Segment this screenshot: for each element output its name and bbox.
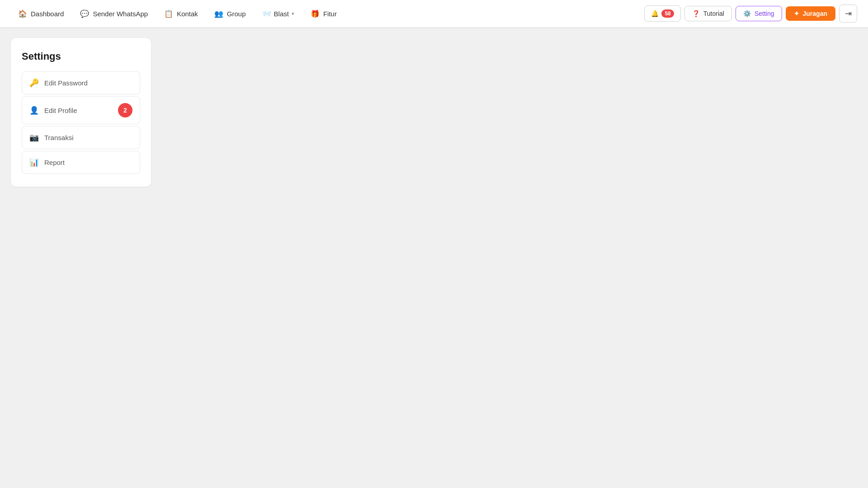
edit-profile-badge: 2 [118, 103, 132, 117]
notification-button[interactable]: 🔔 58 [644, 5, 680, 22]
settings-card: Settings 🔑 Edit Password 👤 Edit Profile … [11, 38, 151, 187]
transaksi-icon: 📷 [29, 133, 39, 142]
home-icon: 🏠 [18, 9, 27, 18]
fitur-icon: 🎁 [311, 9, 320, 18]
nav-item-kontak[interactable]: 📋 Kontak [157, 6, 205, 22]
report-icon: 📊 [29, 158, 39, 167]
edit-profile-icon: 👤 [29, 106, 39, 115]
nav-label-blast: Blast [274, 10, 289, 18]
nav-right: 🔔 58 ❓ Tutorial ⚙️ Setting ✦ Juragan ⇥ [644, 5, 857, 23]
notification-badge: 58 [661, 9, 674, 18]
nav-label-kontak: Kontak [177, 10, 198, 18]
nav-label-sender-whatsapp: Sender WhatsApp [93, 10, 148, 18]
menu-item-report[interactable]: 📊 Report [22, 151, 140, 174]
logout-button[interactable]: ⇥ [839, 5, 857, 23]
group-icon: 👥 [214, 9, 223, 18]
settings-title: Settings [22, 51, 140, 62]
juragan-star-icon: ✦ [794, 10, 799, 17]
nav-item-fitur[interactable]: 🎁 Fitur [303, 6, 344, 22]
nav-label-group: Group [227, 10, 246, 18]
transaksi-label: Transaksi [44, 134, 132, 141]
logout-icon: ⇥ [845, 9, 852, 19]
nav-item-group[interactable]: 👥 Group [207, 6, 253, 22]
edit-password-icon: 🔑 [29, 78, 39, 88]
main-content: Settings 🔑 Edit Password 👤 Edit Profile … [0, 27, 868, 488]
menu-item-edit-password[interactable]: 🔑 Edit Password [22, 71, 140, 94]
setting-button[interactable]: ⚙️ Setting [736, 6, 782, 21]
juragan-button[interactable]: ✦ Juragan [786, 6, 835, 21]
chevron-down-icon: ▾ [292, 11, 294, 17]
menu-item-edit-profile[interactable]: 👤 Edit Profile 2 [22, 96, 140, 124]
navbar: 🏠 Dashboard 💬 Sender WhatsApp 📋 Kontak 👥… [0, 0, 868, 27]
nav-label-dashboard: Dashboard [31, 10, 64, 18]
setting-icon: ⚙️ [743, 10, 751, 17]
juragan-label: Juragan [803, 10, 827, 17]
nav-links: 🏠 Dashboard 💬 Sender WhatsApp 📋 Kontak 👥… [11, 6, 644, 22]
bell-icon: 🔔 [651, 10, 659, 17]
nav-label-fitur: Fitur [323, 10, 337, 18]
settings-menu-list: 🔑 Edit Password 👤 Edit Profile 2 📷 Trans… [22, 71, 140, 174]
nav-item-blast[interactable]: 📨 Blast ▾ [255, 6, 302, 22]
report-label: Report [44, 159, 132, 166]
tutorial-icon: ❓ [692, 10, 700, 17]
tutorial-label: Tutorial [703, 10, 724, 17]
menu-item-transaksi[interactable]: 📷 Transaksi [22, 126, 140, 149]
whatsapp-icon: 💬 [80, 9, 89, 18]
blast-icon: 📨 [262, 9, 271, 18]
edit-password-label: Edit Password [44, 79, 132, 87]
tutorial-button[interactable]: ❓ Tutorial [684, 6, 732, 21]
edit-profile-label: Edit Profile [44, 107, 113, 114]
nav-item-dashboard[interactable]: 🏠 Dashboard [11, 6, 71, 22]
setting-label: Setting [755, 10, 774, 17]
kontak-icon: 📋 [164, 9, 173, 18]
nav-item-sender-whatsapp[interactable]: 💬 Sender WhatsApp [73, 6, 155, 22]
